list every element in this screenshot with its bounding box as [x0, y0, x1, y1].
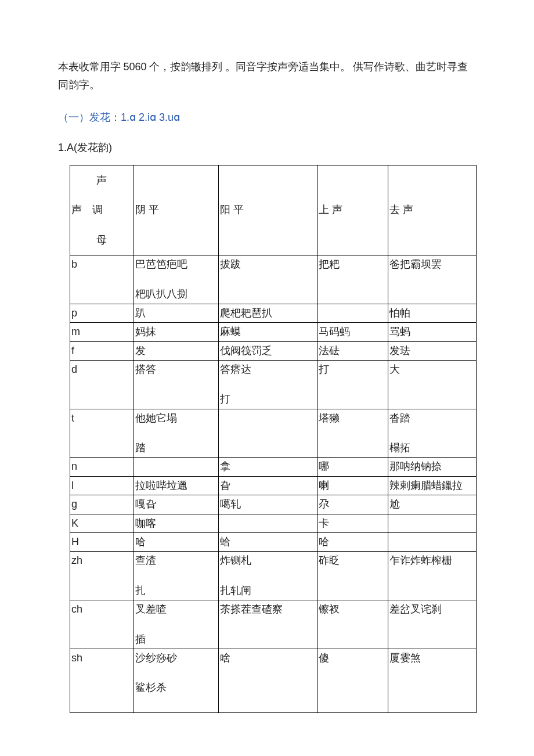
table-header-row: 声 声 调 母 阴 平 阳 平 上 声 去 声	[70, 165, 477, 255]
cell: 妈抹	[134, 323, 219, 341]
cell: 沓踏榻拓	[388, 409, 477, 458]
cell: 怕帕	[388, 304, 477, 322]
cell	[388, 514, 477, 532]
table-row: t 他她它塌踏 塔獭 沓踏榻拓	[70, 409, 477, 458]
cell: 哪	[317, 458, 388, 476]
cell	[134, 458, 219, 476]
section-title: （一）发花：1.ɑ 2.iɑ 3.uɑ	[58, 109, 476, 127]
header-tone1: 阴 平	[134, 165, 219, 255]
rhyme-table: 声 声 调 母 阴 平 阳 平 上 声 去 声 b 巴芭笆疤吧粑叭扒八捌 拔跋 …	[70, 165, 477, 713]
initial-cell: H	[70, 533, 134, 552]
cell: 拿	[219, 458, 317, 476]
cell: 爬杷耙琶扒	[219, 304, 317, 322]
table-row: g 嘎旮 噶轧 尕 尬	[70, 495, 477, 514]
cell: 乍诈炸蚱榨栅	[388, 552, 477, 600]
table-row: ch 叉差喳插 茶搽茬查碴察 镲衩 差岔叉诧刹	[70, 600, 477, 649]
cell	[388, 533, 477, 552]
header-tone4: 去 声	[388, 165, 477, 255]
table-row: K 咖喀 卡	[70, 514, 477, 532]
cell: 搭答	[134, 360, 219, 409]
header-tone3: 上 声	[317, 165, 388, 255]
initial-cell: t	[70, 409, 134, 458]
initial-cell: b	[70, 255, 134, 304]
initial-cell: p	[70, 304, 134, 322]
cell	[317, 304, 388, 322]
cell: 旮	[219, 476, 317, 495]
cell: 发	[134, 341, 219, 360]
cell	[219, 514, 317, 532]
initial-cell: K	[70, 514, 134, 532]
cell: 卡	[317, 514, 388, 532]
cell: 趴	[134, 304, 219, 322]
table-row: zh 查渣扎 炸铡札扎轧闸 砟眨 乍诈炸蚱榨栅	[70, 552, 477, 600]
cell: 哈	[317, 533, 388, 552]
cell: 辣剌瘌腊蜡鑞拉	[388, 476, 477, 495]
table-row: l 拉啦哔垃邋 旮 喇 辣剌瘌腊蜡鑞拉	[70, 476, 477, 495]
intro-text-a: 本表收常用字	[58, 61, 124, 73]
table-row: f 发 伐阀筏罚乏 法砝 发珐	[70, 341, 477, 360]
cell: 茶搽茬查碴察	[219, 600, 317, 649]
char-count: 5060	[124, 61, 147, 73]
initial-cell: m	[70, 323, 134, 341]
initial-cell: l	[70, 476, 134, 495]
cell: 把粑	[317, 255, 388, 304]
cell: 拉啦哔垃邋	[134, 476, 219, 495]
sub-cn: 发花韵	[77, 142, 109, 153]
cell: 沙纱痧砂鲨杉杀	[134, 649, 219, 712]
table-row: n 拿 哪 那呐纳钠捺	[70, 458, 477, 476]
cell: 啥	[219, 649, 317, 712]
cell: 麻蟆	[219, 323, 317, 341]
table-row: m 妈抹 麻蟆 马码蚂 骂蚂	[70, 323, 477, 341]
cell: 哈	[134, 533, 219, 552]
sub-close: )	[109, 142, 112, 153]
cell: 尕	[317, 495, 388, 514]
cell: 傻	[317, 649, 388, 712]
cell: 打	[317, 360, 388, 409]
cell: 塔獭	[317, 409, 388, 458]
cell: 发珐	[388, 341, 477, 360]
initial-cell: d	[70, 360, 134, 409]
table-row: H 哈 蛤 哈	[70, 533, 477, 552]
cell: 喇	[317, 476, 388, 495]
cell: 答瘩达打	[219, 360, 317, 409]
cell: 厦霎煞	[388, 649, 477, 712]
subsection-title: 1.A(发花韵)	[58, 141, 476, 154]
header-initial: 声 声 调 母	[70, 165, 134, 255]
cell: 拔跋	[219, 255, 317, 304]
intro-paragraph: 本表收常用字 5060 个，按韵辙排列 。同音字按声旁适当集中。 供写作诗歌、曲…	[58, 58, 476, 93]
header-tone2: 阳 平	[219, 165, 317, 255]
cell: 咖喀	[134, 514, 219, 532]
section-prefix: （一）发花：	[58, 111, 121, 123]
initial-cell: zh	[70, 552, 134, 600]
initial-cell: ch	[70, 600, 134, 649]
cell: 爸把霸坝罢	[388, 255, 477, 304]
cell: 嘎旮	[134, 495, 219, 514]
cell: 伐阀筏罚乏	[219, 341, 317, 360]
table-row: b 巴芭笆疤吧粑叭扒八捌 拔跋 把粑 爸把霸坝罢	[70, 255, 477, 304]
cell: 那呐纳钠捺	[388, 458, 477, 476]
table-row: d 搭答 答瘩达打 打 大	[70, 360, 477, 409]
initial-cell: sh	[70, 649, 134, 712]
cell: 查渣扎	[134, 552, 219, 600]
cell: 尬	[388, 495, 477, 514]
cell: 砟眨	[317, 552, 388, 600]
cell: 差岔叉诧刹	[388, 600, 477, 649]
cell	[219, 409, 317, 458]
cell: 巴芭笆疤吧粑叭扒八捌	[134, 255, 219, 304]
cell: 马码蚂	[317, 323, 388, 341]
cell: 他她它塌踏	[134, 409, 219, 458]
initial-cell: f	[70, 341, 134, 360]
table-row: sh 沙纱痧砂鲨杉杀 啥 傻 厦霎煞	[70, 649, 477, 712]
cell: 法砝	[317, 341, 388, 360]
initial-cell: g	[70, 495, 134, 514]
section-codes: 1.ɑ 2.iɑ 3.uɑ	[121, 111, 180, 123]
cell: 噶轧	[219, 495, 317, 514]
initial-cell: n	[70, 458, 134, 476]
cell: 大	[388, 360, 477, 409]
cell: 炸铡札扎轧闸	[219, 552, 317, 600]
cell: 骂蚂	[388, 323, 477, 341]
cell: 叉差喳插	[134, 600, 219, 649]
cell: 镲衩	[317, 600, 388, 649]
sub-num: 1.A(	[58, 142, 77, 153]
table-row: p 趴 爬杷耙琶扒 怕帕	[70, 304, 477, 322]
